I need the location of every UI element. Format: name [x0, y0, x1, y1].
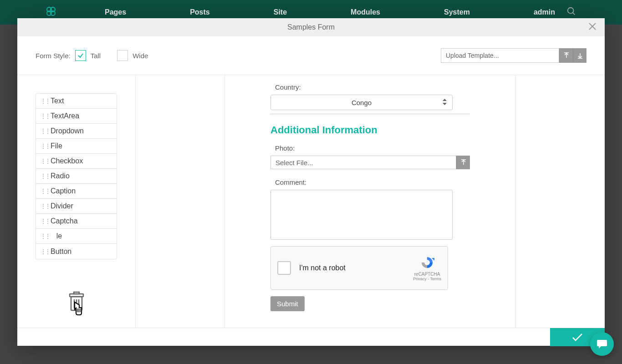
search-icon[interactable] [566, 6, 576, 18]
field-radio[interactable]: Radio [36, 169, 117, 184]
modal-header: Samples Form [17, 18, 605, 36]
upload-template-input[interactable]: Upload Template... [441, 48, 559, 63]
modal-title: Samples Form [287, 23, 335, 31]
logo-icon[interactable] [46, 6, 56, 19]
recaptcha[interactable]: I'm not a robot reCAPTCHA Privacy - Term… [270, 246, 448, 290]
field-dropdown[interactable]: Dropdown [36, 124, 117, 139]
field-divider[interactable]: Divider [36, 199, 117, 214]
label-wide: Wide [133, 52, 148, 60]
drag-icon [41, 115, 45, 117]
field-button[interactable]: Button [36, 244, 117, 259]
field-partial[interactable]: Tile [36, 229, 117, 244]
svg-marker-22 [443, 103, 447, 105]
field-palette: Text TextArea Dropdown File Checkbox Rad… [17, 75, 136, 328]
checkbox-tall[interactable] [75, 50, 86, 61]
upload-icon[interactable] [559, 48, 573, 63]
chevron-updown-icon [443, 99, 447, 106]
trash-icon[interactable] [67, 291, 86, 314]
svg-line-5 [573, 13, 575, 15]
form-style-group: Form Style: Tall Wide [36, 50, 148, 61]
section-title: Additional Information [270, 124, 470, 136]
photo-file-input[interactable]: Select File... [270, 156, 456, 169]
nav-system[interactable]: System [444, 8, 470, 16]
drag-icon [41, 190, 45, 192]
recaptcha-checkbox[interactable] [277, 261, 291, 275]
drag-icon [41, 220, 45, 222]
form-canvas: Country: Congo Additional Information Ph… [136, 75, 605, 328]
field-textarea[interactable]: TextArea [36, 109, 117, 124]
drag-icon [41, 160, 45, 162]
nav-posts[interactable]: Posts [190, 8, 210, 16]
nav-pages[interactable]: Pages [105, 8, 126, 16]
field-checkbox[interactable]: Checkbox [36, 154, 117, 169]
nav-site[interactable]: Site [274, 8, 287, 16]
label-tall: Tall [91, 52, 101, 60]
toolbar: Form Style: Tall Wide Upload Template... [17, 36, 605, 75]
drag-icon [41, 235, 45, 237]
country-select[interactable]: Congo [270, 95, 453, 110]
comment-textarea[interactable] [270, 190, 453, 240]
upload-template-group: Upload Template... [441, 48, 586, 63]
upload-photo-icon[interactable] [456, 156, 470, 169]
svg-rect-17 [74, 292, 79, 294]
field-file[interactable]: File [36, 139, 117, 154]
drag-icon [41, 145, 45, 147]
photo-label: Photo: [275, 144, 470, 152]
recaptcha-label: I'm not a robot [299, 264, 405, 272]
comment-label: Comment: [275, 178, 470, 186]
modal: Samples Form Form Style: Tall Wide Uploa… [17, 18, 605, 346]
recaptcha-brand: reCAPTCHA Privacy - Terms [413, 255, 441, 281]
chat-widget-icon[interactable] [590, 332, 614, 356]
drag-icon [41, 100, 45, 102]
svg-point-4 [568, 8, 574, 14]
country-label: Country: [275, 83, 470, 91]
submit-button[interactable]: Submit [270, 296, 305, 311]
drag-icon [41, 251, 45, 253]
drag-icon [41, 205, 45, 207]
svg-marker-21 [443, 99, 447, 101]
divider [270, 114, 470, 114]
modal-footer [17, 328, 605, 346]
download-icon[interactable] [573, 48, 586, 63]
field-text[interactable]: Text [36, 94, 117, 109]
checkbox-wide[interactable] [117, 50, 128, 61]
drag-icon [41, 130, 45, 132]
field-captcha[interactable]: Captcha [36, 214, 117, 229]
close-icon[interactable] [588, 22, 597, 33]
form-style-label: Form Style: [36, 52, 71, 60]
nav-modules[interactable]: Modules [351, 8, 380, 16]
field-caption[interactable]: Caption [36, 184, 117, 199]
nav-admin[interactable]: admin [534, 8, 555, 16]
drag-icon [41, 175, 45, 177]
